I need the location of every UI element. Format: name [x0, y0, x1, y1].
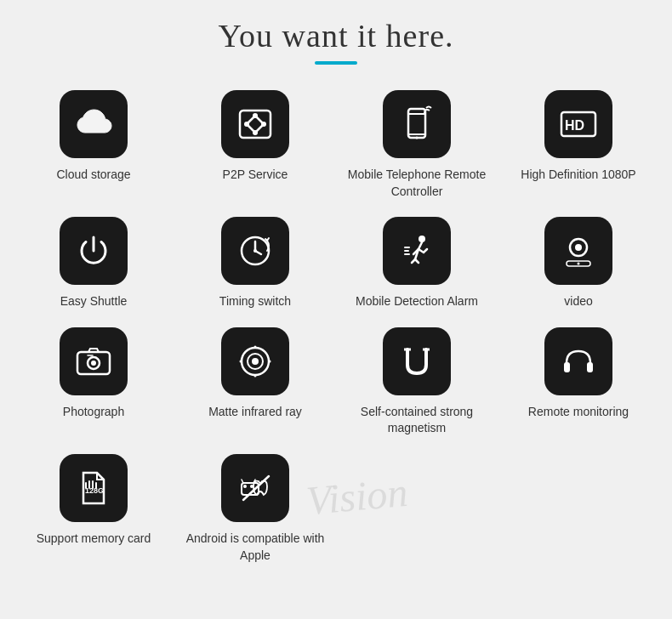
- svg-point-1: [244, 122, 249, 127]
- svg-point-25: [254, 345, 257, 348]
- easy-shuttle-icon-box: [60, 217, 128, 285]
- svg-point-8: [416, 137, 419, 139]
- features-grid: Cloud storage P2P Service: [9, 90, 663, 564]
- magnet-label: Self-contained strong magnetism: [340, 404, 493, 437]
- svg-text:128G: 128G: [85, 486, 104, 495]
- video-label: video: [564, 293, 592, 310]
- svg-point-18: [578, 263, 580, 265]
- infrared-icon-box: [221, 327, 289, 395]
- video-icon-box: [544, 217, 612, 285]
- remote-monitoring-icon-box: [544, 327, 612, 395]
- video-icon: [558, 230, 599, 271]
- motion-icon: [396, 230, 437, 271]
- svg-rect-32: [587, 362, 593, 372]
- feature-android-apple: Android is compatible with Apple: [179, 454, 332, 564]
- sdcard-icon-box: 128G: [60, 454, 128, 522]
- svg-point-28: [269, 360, 271, 362]
- remote-monitoring-label: Remote monitoring: [528, 404, 629, 421]
- photo-icon: [73, 341, 114, 382]
- feature-memory-card: 128G Support memory card: [17, 454, 170, 564]
- feature-mobile-telephone: Mobile Telephone Remote Controller: [340, 90, 493, 200]
- magnet-icon: [396, 341, 437, 382]
- svg-point-24: [252, 358, 259, 365]
- svg-point-13: [253, 249, 257, 253]
- infrared-icon: [235, 341, 276, 382]
- android-apple-label: Android is compatible with Apple: [179, 531, 332, 564]
- feature-magnet: Self-contained strong magnetism: [340, 327, 493, 437]
- feature-remote-monitoring: Remote monitoring: [502, 327, 655, 437]
- feature-easy-shuttle: Easy Shuttle: [17, 217, 170, 310]
- p2p-label: P2P Service: [223, 167, 288, 184]
- svg-line-41: [243, 476, 269, 500]
- headphone-icon: [558, 341, 599, 382]
- svg-rect-31: [564, 362, 570, 372]
- timing-icon-box: [221, 217, 289, 285]
- cloud-icon: [73, 104, 114, 145]
- svg-point-9: [424, 111, 426, 114]
- feature-motion-detection: Mobile Detection Alarm: [340, 217, 493, 310]
- svg-point-27: [240, 360, 242, 362]
- svg-point-16: [575, 244, 582, 251]
- svg-text:HD: HD: [565, 118, 584, 133]
- p2p-icon: [235, 104, 276, 145]
- p2p-icon-box: [221, 90, 289, 158]
- cloud-storage-icon-box: [60, 90, 128, 158]
- svg-point-2: [261, 122, 266, 127]
- feature-infrared: Matte infrared ray: [179, 327, 332, 437]
- android-apple-icon: [235, 468, 276, 508]
- svg-point-3: [253, 113, 258, 118]
- hd-icon-box: HD: [544, 90, 612, 158]
- easy-shuttle-label: Easy Shuttle: [60, 293, 128, 310]
- hd-icon: HD: [558, 104, 599, 145]
- feature-timing: Timing switch: [179, 217, 332, 310]
- title-underline: [315, 61, 357, 65]
- feature-photograph: Photograph: [17, 327, 170, 437]
- timing-icon: [235, 230, 276, 271]
- android-apple-icon-box: [221, 454, 289, 522]
- memory-card-label: Support memory card: [37, 531, 151, 548]
- feature-p2p: P2P Service: [179, 90, 332, 200]
- timing-label: Timing switch: [219, 293, 291, 310]
- mobile-icon-box: [383, 90, 451, 158]
- feature-video: video: [502, 217, 655, 310]
- motion-icon-box: [383, 217, 451, 285]
- svg-point-39: [243, 485, 247, 488]
- page-title: You want it here.: [218, 17, 453, 54]
- infrared-label: Matte infrared ray: [208, 404, 302, 421]
- feature-hd: HD High Definition 1080P: [502, 90, 655, 200]
- magnet-icon-box: [383, 327, 451, 395]
- mobile-icon: [396, 104, 437, 145]
- mobile-telephone-label: Mobile Telephone Remote Controller: [340, 167, 493, 200]
- feature-cloud-storage: Cloud storage: [17, 90, 170, 200]
- hd-label: High Definition 1080P: [521, 167, 635, 184]
- photo-icon-box: [60, 327, 128, 395]
- photograph-label: Photograph: [63, 404, 124, 421]
- svg-point-4: [253, 130, 258, 135]
- sdcard-icon: 128G: [73, 468, 114, 508]
- motion-label: Mobile Detection Alarm: [356, 293, 478, 310]
- svg-point-26: [254, 374, 257, 377]
- power-icon: [73, 230, 114, 271]
- svg-point-21: [91, 361, 96, 366]
- cloud-storage-label: Cloud storage: [56, 167, 130, 184]
